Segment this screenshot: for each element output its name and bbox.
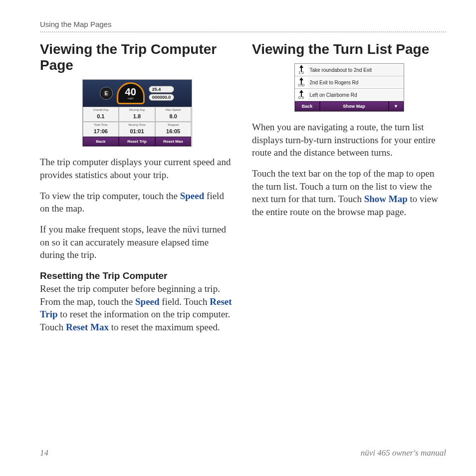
speed-unit: mph [128,97,134,100]
speed-dial: 40 mph [117,82,145,104]
back-button[interactable]: Back [83,137,119,146]
reset-max-button[interactable]: Reset Max [155,137,192,146]
stat-cell: Moving Time01:01 [119,122,155,137]
stat-cell: Max Speed8.0 [155,107,192,122]
turn-list-screenshot: 1.0 Take roundabout to 2nd Exit 150 2nd … [294,63,404,112]
left-column: Viewing the Trip Computer Page E 40 mph … [40,41,234,333]
back-button[interactable]: Back [295,101,320,111]
paragraph: Reset the trip computer before beginning… [40,282,234,334]
turn-text: 2nd Exit to Rogers Rd [308,77,404,88]
turn-text: Take roundabout to 2nd Exit [308,65,404,75]
compass-icon: E [100,87,113,100]
turn-row[interactable]: 0.8 Left on Clairborne Rd [295,89,404,101]
paragraph: Touch the text bar on the top of the map… [252,167,446,219]
manual-title: nüvi 465 owner's manual [361,448,446,458]
stat-cell: Moving Avg1.8 [119,107,155,122]
odometer: 000000.0 [149,94,175,101]
right-column: Viewing the Turn List Page 1.0 Take roun… [252,41,446,333]
show-map-ref: Show Map [364,194,408,204]
speed-field-ref: Speed [135,296,160,307]
show-map-button[interactable]: Show Map [320,101,389,111]
speed-field-ref: Speed [180,191,205,201]
turn-arrow-icon [299,65,304,70]
heading-trip-computer: Viewing the Trip Computer Page [40,41,234,73]
heading-turn-list: Viewing the Turn List Page [252,41,446,57]
trip-distance: 25.4 [149,86,175,93]
turn-row[interactable]: 1.0 Take roundabout to 2nd Exit [295,64,404,76]
turn-arrow-icon [299,90,304,95]
stat-cell: Overall Avg0.1 [83,107,119,122]
page-number: 14 [40,448,48,458]
turn-arrow-icon [299,77,304,82]
reset-max-ref: Reset Max [66,322,109,332]
paragraph: The trip computer displays your current … [40,156,234,181]
paragraph: If you make frequent stops, leave the nü… [40,223,234,261]
stat-cell: Total Time17:06 [83,122,119,137]
section-header: Using the Map Pages [40,20,446,32]
stat-cell: Stopped16:05 [155,122,192,137]
subheading-resetting: Resetting the Trip Computer [40,270,234,281]
paragraph: When you are navigating a route, the tur… [252,121,446,159]
reset-trip-button[interactable]: Reset Trip [119,137,155,146]
trip-computer-screenshot: E 40 mph 25.4 000000.0 Overall Avg0.1 Mo… [82,79,192,147]
turn-row[interactable]: 150 2nd Exit to Rogers Rd [295,76,404,89]
turn-text: Left on Clairborne Rd [308,90,404,100]
speed-value: 40 [125,87,136,97]
scroll-down-button[interactable] [389,101,404,111]
paragraph: To view the trip computer, touch the Spe… [40,190,234,215]
